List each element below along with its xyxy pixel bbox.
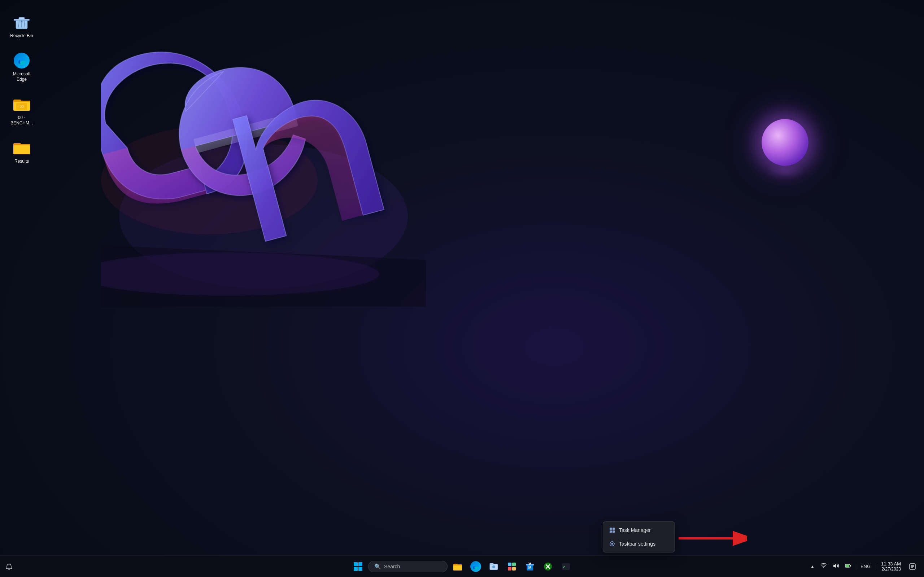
clock-date: 2/27/2023 bbox=[882, 567, 901, 572]
svg-point-21 bbox=[611, 543, 613, 545]
svg-rect-15 bbox=[13, 145, 30, 154]
svg-rect-17 bbox=[612, 528, 615, 530]
decorative-orb bbox=[762, 119, 809, 166]
svg-text:00: 00 bbox=[19, 105, 24, 108]
svg-rect-47 bbox=[850, 565, 851, 567]
taskbar-right: ▲ bbox=[809, 559, 924, 574]
svg-rect-35 bbox=[490, 563, 493, 565]
svg-text:M: M bbox=[528, 566, 531, 570]
edge-icon bbox=[13, 52, 30, 69]
task-manager-label: Task Manager bbox=[619, 527, 651, 533]
taskbar-app-terminal[interactable]: >_ bbox=[558, 559, 574, 574]
taskbar-context-menu: Task Manager Taskbar settings bbox=[603, 521, 675, 553]
benchm-folder-icon: 00 bbox=[13, 95, 30, 113]
svg-rect-37 bbox=[508, 562, 512, 566]
tray-separator-2 bbox=[875, 563, 875, 570]
system-clock[interactable]: 11:33 AM 2/27/2023 bbox=[878, 560, 904, 573]
svg-rect-28 bbox=[354, 562, 358, 566]
taskbar-app-edge[interactable] bbox=[468, 559, 484, 574]
edge-label: Microsoft Edge bbox=[9, 71, 35, 82]
taskbar-center: 🔍 Search bbox=[350, 559, 574, 574]
taskbar-app-explorer2[interactable] bbox=[486, 559, 502, 574]
red-arrow-indicator bbox=[675, 529, 747, 548]
desktop-icon-recycle-bin[interactable]: Recycle Bin bbox=[7, 11, 36, 42]
svg-rect-33 bbox=[453, 566, 462, 571]
svg-rect-39 bbox=[508, 567, 512, 571]
tray-separator bbox=[856, 563, 856, 570]
desktop-icons-container: Recycle Bin Microsoft Edge bbox=[0, 0, 43, 178]
volume-icon[interactable] bbox=[831, 561, 841, 572]
taskbar-app-store[interactable]: M bbox=[522, 559, 538, 574]
benchm-label: 00 - BENCHM... bbox=[9, 115, 35, 126]
recycle-bin-label: Recycle Bin bbox=[10, 33, 33, 39]
network-icon[interactable] bbox=[819, 561, 828, 572]
show-hidden-icons-button[interactable]: ▲ bbox=[809, 562, 816, 571]
taskbar-settings-label: Taskbar settings bbox=[619, 541, 656, 547]
battery-icon[interactable] bbox=[843, 561, 853, 572]
svg-rect-16 bbox=[610, 528, 612, 530]
taskbar-left bbox=[0, 559, 15, 574]
svg-rect-38 bbox=[512, 562, 516, 566]
clock-time: 11:33 AM bbox=[881, 561, 901, 567]
search-bar[interactable]: 🔍 Search bbox=[368, 561, 447, 572]
svg-rect-18 bbox=[610, 530, 612, 533]
desktop-icon-benchm[interactable]: 00 00 - BENCHM... bbox=[7, 93, 36, 129]
orb-reflection bbox=[765, 166, 805, 177]
results-label: Results bbox=[15, 159, 29, 164]
svg-rect-46 bbox=[846, 565, 849, 567]
results-folder-icon bbox=[13, 139, 30, 156]
svg-text:>_: >_ bbox=[563, 565, 568, 569]
search-icon: 🔍 bbox=[374, 563, 381, 570]
action-center-button[interactable] bbox=[907, 559, 918, 574]
taskbar: 🔍 Search bbox=[0, 555, 924, 577]
notification-button[interactable] bbox=[3, 559, 15, 574]
taskbar-settings-icon bbox=[609, 541, 615, 547]
desktop-wallpaper-art bbox=[101, 36, 426, 306]
svg-rect-19 bbox=[612, 530, 615, 533]
task-manager-icon bbox=[609, 527, 615, 533]
context-menu-task-manager[interactable]: Task Manager bbox=[603, 523, 675, 537]
taskbar-app-widgets[interactable] bbox=[504, 559, 520, 574]
desktop-icon-edge[interactable]: Microsoft Edge bbox=[7, 49, 36, 85]
taskbar-app-file-explorer[interactable] bbox=[450, 559, 465, 574]
svg-point-36 bbox=[492, 566, 495, 568]
recycle-bin-icon bbox=[13, 14, 30, 31]
svg-rect-30 bbox=[354, 567, 358, 571]
desktop-icon-results[interactable]: Results bbox=[7, 136, 36, 167]
start-button[interactable] bbox=[350, 559, 366, 574]
svg-rect-31 bbox=[359, 567, 362, 571]
svg-rect-40 bbox=[512, 567, 516, 571]
taskbar-app-xbox[interactable] bbox=[540, 559, 556, 574]
context-menu-taskbar-settings[interactable]: Taskbar settings bbox=[603, 537, 675, 551]
search-label: Search bbox=[384, 564, 400, 569]
language-icon[interactable]: ENG bbox=[859, 562, 872, 571]
desktop: Recycle Bin Microsoft Edge bbox=[0, 0, 924, 577]
svg-rect-29 bbox=[359, 562, 362, 566]
